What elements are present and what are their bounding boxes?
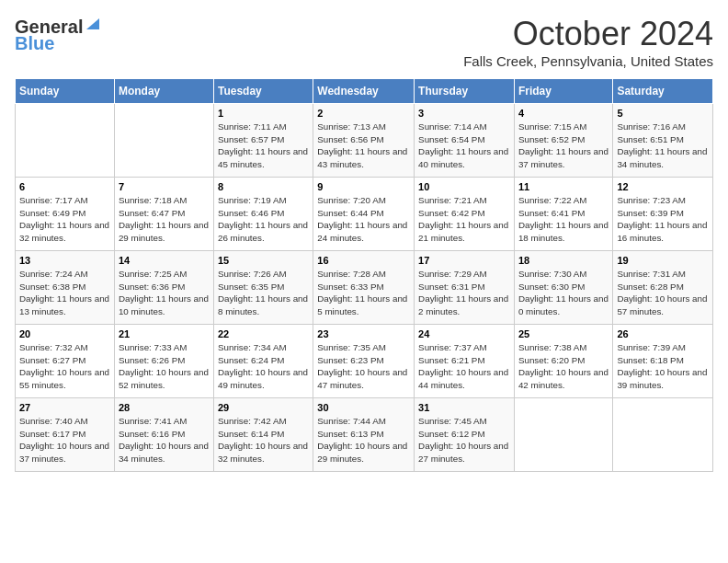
day-number: 22 <box>218 328 309 339</box>
day-detail: Sunrise: 7:24 AM Sunset: 6:38 PM Dayligh… <box>19 268 110 318</box>
day-detail: Sunrise: 7:17 AM Sunset: 6:49 PM Dayligh… <box>19 194 110 245</box>
calendar-cell: 8Sunrise: 7:19 AM Sunset: 6:46 PM Daylig… <box>213 178 313 251</box>
calendar-cell: 19Sunrise: 7:31 AM Sunset: 6:28 PM Dayli… <box>613 251 713 325</box>
weekday-header-thursday: Thursday <box>415 79 515 104</box>
weekday-header-wednesday: Wednesday <box>313 79 415 104</box>
day-detail: Sunrise: 7:14 AM Sunset: 6:54 PM Dayligh… <box>418 121 510 171</box>
calendar-cell: 4Sunrise: 7:15 AM Sunset: 6:52 PM Daylig… <box>514 104 612 178</box>
day-detail: Sunrise: 7:19 AM Sunset: 6:46 PM Dayligh… <box>218 194 309 245</box>
day-number: 20 <box>19 328 110 339</box>
calendar-week-row: 20Sunrise: 7:32 AM Sunset: 6:27 PM Dayli… <box>16 325 713 398</box>
day-detail: Sunrise: 7:15 AM Sunset: 6:52 PM Dayligh… <box>518 121 609 171</box>
day-detail: Sunrise: 7:35 AM Sunset: 6:23 PM Dayligh… <box>317 341 410 392</box>
calendar-week-row: 1Sunrise: 7:11 AM Sunset: 6:57 PM Daylig… <box>16 104 713 178</box>
calendar-cell: 15Sunrise: 7:26 AM Sunset: 6:35 PM Dayli… <box>213 251 313 325</box>
weekday-header-friday: Friday <box>514 79 612 104</box>
svg-marker-0 <box>86 18 99 29</box>
calendar-cell: 24Sunrise: 7:37 AM Sunset: 6:21 PM Dayli… <box>415 325 515 398</box>
calendar-cell: 5Sunrise: 7:16 AM Sunset: 6:51 PM Daylig… <box>613 104 713 178</box>
day-detail: Sunrise: 7:30 AM Sunset: 6:30 PM Dayligh… <box>518 268 609 318</box>
day-detail: Sunrise: 7:40 AM Sunset: 6:17 PM Dayligh… <box>19 415 110 465</box>
calendar-week-row: 13Sunrise: 7:24 AM Sunset: 6:38 PM Dayli… <box>16 251 713 325</box>
month-title: October 2024 <box>463 15 713 53</box>
calendar-week-row: 27Sunrise: 7:40 AM Sunset: 6:17 PM Dayli… <box>16 398 713 472</box>
weekday-header-saturday: Saturday <box>613 79 713 104</box>
day-detail: Sunrise: 7:13 AM Sunset: 6:56 PM Dayligh… <box>317 121 410 171</box>
location-text: Falls Creek, Pennsylvania, United States <box>463 53 713 69</box>
calendar-cell: 2Sunrise: 7:13 AM Sunset: 6:56 PM Daylig… <box>313 104 415 178</box>
calendar-cell: 20Sunrise: 7:32 AM Sunset: 6:27 PM Dayli… <box>16 325 115 398</box>
day-number: 26 <box>617 328 709 339</box>
logo-triangle-icon <box>85 15 101 35</box>
calendar-cell: 11Sunrise: 7:22 AM Sunset: 6:41 PM Dayli… <box>514 178 612 251</box>
day-number: 14 <box>119 255 210 266</box>
day-number: 1 <box>218 108 309 119</box>
day-detail: Sunrise: 7:34 AM Sunset: 6:24 PM Dayligh… <box>218 341 309 392</box>
calendar-cell: 23Sunrise: 7:35 AM Sunset: 6:23 PM Dayli… <box>313 325 415 398</box>
day-detail: Sunrise: 7:44 AM Sunset: 6:13 PM Dayligh… <box>317 415 410 465</box>
calendar-cell: 12Sunrise: 7:23 AM Sunset: 6:39 PM Dayli… <box>613 178 713 251</box>
day-number: 12 <box>617 181 709 192</box>
day-detail: Sunrise: 7:31 AM Sunset: 6:28 PM Dayligh… <box>617 268 709 318</box>
calendar-cell <box>613 398 713 472</box>
day-number: 11 <box>518 181 609 192</box>
title-area: October 2024 Falls Creek, Pennsylvania, … <box>463 15 713 69</box>
day-number: 15 <box>218 255 309 266</box>
day-detail: Sunrise: 7:20 AM Sunset: 6:44 PM Dayligh… <box>317 194 410 245</box>
day-detail: Sunrise: 7:38 AM Sunset: 6:20 PM Dayligh… <box>518 341 609 392</box>
day-detail: Sunrise: 7:33 AM Sunset: 6:26 PM Dayligh… <box>119 341 210 392</box>
day-number: 16 <box>317 255 410 266</box>
day-number: 21 <box>119 328 210 339</box>
calendar-cell: 17Sunrise: 7:29 AM Sunset: 6:31 PM Dayli… <box>415 251 515 325</box>
day-number: 9 <box>317 181 410 192</box>
day-number: 23 <box>317 328 410 339</box>
day-detail: Sunrise: 7:18 AM Sunset: 6:47 PM Dayligh… <box>119 194 210 245</box>
calendar-cell: 27Sunrise: 7:40 AM Sunset: 6:17 PM Dayli… <box>16 398 115 472</box>
calendar-cell: 18Sunrise: 7:30 AM Sunset: 6:30 PM Dayli… <box>514 251 612 325</box>
calendar-cell: 1Sunrise: 7:11 AM Sunset: 6:57 PM Daylig… <box>213 104 313 178</box>
day-number: 3 <box>418 108 510 119</box>
day-number: 10 <box>418 181 510 192</box>
logo-blue-text: Blue <box>15 33 54 54</box>
day-detail: Sunrise: 7:25 AM Sunset: 6:36 PM Dayligh… <box>119 268 210 318</box>
day-detail: Sunrise: 7:26 AM Sunset: 6:35 PM Dayligh… <box>218 268 309 318</box>
calendar-cell <box>514 398 612 472</box>
calendar-week-row: 6Sunrise: 7:17 AM Sunset: 6:49 PM Daylig… <box>16 178 713 251</box>
calendar-cell <box>114 104 213 178</box>
calendar-cell: 14Sunrise: 7:25 AM Sunset: 6:36 PM Dayli… <box>114 251 213 325</box>
day-detail: Sunrise: 7:41 AM Sunset: 6:16 PM Dayligh… <box>119 415 210 465</box>
day-detail: Sunrise: 7:42 AM Sunset: 6:14 PM Dayligh… <box>218 415 309 465</box>
day-number: 28 <box>119 402 210 413</box>
day-number: 6 <box>19 181 110 192</box>
day-number: 30 <box>317 402 410 413</box>
weekday-header-sunday: Sunday <box>16 79 115 104</box>
calendar-cell: 25Sunrise: 7:38 AM Sunset: 6:20 PM Dayli… <box>514 325 612 398</box>
calendar-cell: 21Sunrise: 7:33 AM Sunset: 6:26 PM Dayli… <box>114 325 213 398</box>
day-detail: Sunrise: 7:37 AM Sunset: 6:21 PM Dayligh… <box>418 341 510 392</box>
day-detail: Sunrise: 7:23 AM Sunset: 6:39 PM Dayligh… <box>617 194 709 245</box>
calendar-cell: 26Sunrise: 7:39 AM Sunset: 6:18 PM Dayli… <box>613 325 713 398</box>
calendar-cell: 10Sunrise: 7:21 AM Sunset: 6:42 PM Dayli… <box>415 178 515 251</box>
weekday-header-tuesday: Tuesday <box>213 79 313 104</box>
day-number: 18 <box>518 255 609 266</box>
calendar-table: SundayMondayTuesdayWednesdayThursdayFrid… <box>15 78 713 472</box>
calendar-cell: 31Sunrise: 7:45 AM Sunset: 6:12 PM Dayli… <box>415 398 515 472</box>
day-number: 4 <box>518 108 609 119</box>
day-detail: Sunrise: 7:22 AM Sunset: 6:41 PM Dayligh… <box>518 194 609 245</box>
day-detail: Sunrise: 7:29 AM Sunset: 6:31 PM Dayligh… <box>418 268 510 318</box>
weekday-header-row: SundayMondayTuesdayWednesdayThursdayFrid… <box>16 79 713 104</box>
day-detail: Sunrise: 7:16 AM Sunset: 6:51 PM Dayligh… <box>617 121 709 171</box>
day-number: 25 <box>518 328 609 339</box>
day-detail: Sunrise: 7:28 AM Sunset: 6:33 PM Dayligh… <box>317 268 410 318</box>
weekday-header-monday: Monday <box>114 79 213 104</box>
calendar-cell: 22Sunrise: 7:34 AM Sunset: 6:24 PM Dayli… <box>213 325 313 398</box>
day-number: 29 <box>218 402 309 413</box>
day-detail: Sunrise: 7:32 AM Sunset: 6:27 PM Dayligh… <box>19 341 110 392</box>
calendar-cell: 28Sunrise: 7:41 AM Sunset: 6:16 PM Dayli… <box>114 398 213 472</box>
day-detail: Sunrise: 7:39 AM Sunset: 6:18 PM Dayligh… <box>617 341 709 392</box>
calendar-cell: 9Sunrise: 7:20 AM Sunset: 6:44 PM Daylig… <box>313 178 415 251</box>
calendar-cell: 16Sunrise: 7:28 AM Sunset: 6:33 PM Dayli… <box>313 251 415 325</box>
day-number: 13 <box>19 255 110 266</box>
calendar-cell <box>16 104 115 178</box>
calendar-cell: 29Sunrise: 7:42 AM Sunset: 6:14 PM Dayli… <box>213 398 313 472</box>
